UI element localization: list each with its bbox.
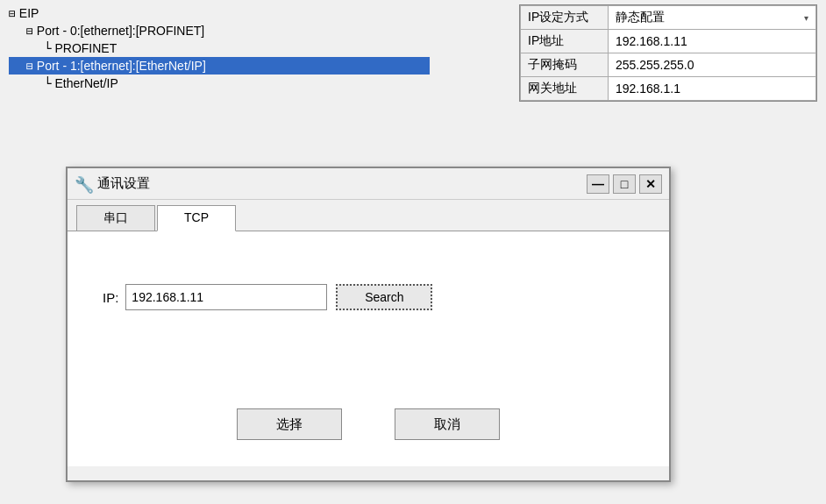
property-label: 子网掩码 xyxy=(521,53,609,77)
tree-item-profinet[interactable]: └PROFINET xyxy=(9,39,430,57)
tree-item-port0[interactable]: ⊟Port - 0:[ethernet]:[PROFINET] xyxy=(9,22,430,39)
dialog-titlebar: 🔧 通讯设置 — □ ✕ xyxy=(68,168,669,200)
dialog-body: IP: Search 选择 取消 xyxy=(68,231,669,466)
tree-item-port1[interactable]: ⊟Port - 1:[ethernet]:[EtherNet/IP] xyxy=(9,57,430,75)
maximize-button[interactable]: □ xyxy=(613,174,636,194)
search-button[interactable]: Search xyxy=(336,284,432,310)
property-row: IP地址192.168.1.11 xyxy=(521,30,816,53)
close-button[interactable]: ✕ xyxy=(639,174,662,194)
property-value: 192.168.1.11 xyxy=(609,30,816,53)
dialog-icon: 🔧 xyxy=(75,175,92,193)
property-label: IP地址 xyxy=(521,30,609,53)
property-value: 192.168.1.1 xyxy=(609,77,816,101)
ip-label: IP: xyxy=(103,290,118,305)
tab-serial[interactable]: 串口 xyxy=(76,205,155,231)
property-value[interactable]: 静态配置▾ xyxy=(609,6,816,30)
dialog-window: 🔧 通讯设置 — □ ✕ 串口 TCP IP: Search 选择 取消 xyxy=(66,167,671,482)
tree-item-eip[interactable]: ⊟EIP xyxy=(9,4,430,22)
tree-item-ethernet-ip[interactable]: └EtherNet/IP xyxy=(9,75,430,92)
select-button[interactable]: 选择 xyxy=(237,408,342,440)
minimize-button[interactable]: — xyxy=(587,174,609,194)
property-row: IP设定方式静态配置▾ xyxy=(521,6,816,30)
ip-row: IP: Search xyxy=(103,284,634,310)
dialog-footer: 选择 取消 xyxy=(103,408,634,449)
property-grid: IP设定方式静态配置▾IP地址192.168.1.11子网掩码255.255.2… xyxy=(519,4,817,102)
property-label: IP设定方式 xyxy=(521,6,609,30)
ip-input[interactable] xyxy=(125,284,327,310)
dialog-title: 通讯设置 xyxy=(97,175,583,192)
property-row: 网关地址192.168.1.1 xyxy=(521,77,816,101)
property-value: 255.255.255.0 xyxy=(609,53,816,77)
tree-view: ⊟EIP⊟Port - 0:[ethernet]:[PROFINET]└PROF… xyxy=(9,4,430,92)
property-label: 网关地址 xyxy=(521,77,609,101)
dialog-tabs: 串口 TCP xyxy=(68,200,669,231)
tab-tcp[interactable]: TCP xyxy=(157,205,236,231)
cancel-button[interactable]: 取消 xyxy=(395,408,500,440)
property-row: 子网掩码255.255.255.0 xyxy=(521,53,816,77)
